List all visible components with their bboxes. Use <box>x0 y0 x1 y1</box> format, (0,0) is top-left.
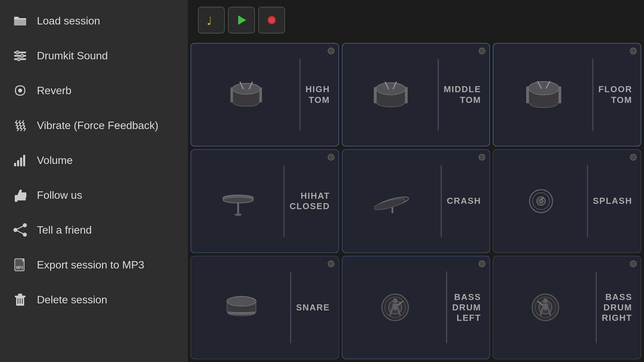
drum-pad-snare[interactable]: SNARE <box>191 256 339 359</box>
svg-point-45 <box>374 196 407 212</box>
tell-a-friend-label: Tell a friend <box>37 224 92 236</box>
svg-point-27 <box>269 17 274 23</box>
splash-icon <box>493 186 582 216</box>
drum-pad-bass-drum-right[interactable]: BASSDRUMRIGHT <box>493 256 641 359</box>
toolbar: ♩ <box>188 0 644 40</box>
divider <box>592 59 593 131</box>
divider <box>283 165 284 237</box>
sidebar-item-export-mp3[interactable]: MP3 Export session to MP3 <box>0 247 188 282</box>
sidebar-item-delete-session[interactable]: Delete session <box>0 282 188 317</box>
drum-pad-bass-drum-left[interactable]: BASSDRUMLEFT <box>342 256 490 359</box>
volume-label: Volume <box>37 154 73 167</box>
svg-rect-39 <box>558 86 561 103</box>
sidebar-item-vibrate[interactable]: Vibrate (Force Feedback) <box>0 108 188 143</box>
snare-label: SNARE <box>296 302 330 313</box>
svg-line-15 <box>15 230 25 235</box>
svg-rect-34 <box>374 87 377 103</box>
crash-icon <box>342 186 436 216</box>
svg-rect-20 <box>18 294 22 296</box>
svg-point-53 <box>227 297 256 306</box>
svg-rect-7 <box>14 163 16 166</box>
svg-rect-23 <box>22 298 23 304</box>
middle-tom-icon <box>342 80 433 110</box>
record-button[interactable] <box>258 7 285 34</box>
svg-point-41 <box>223 197 253 203</box>
drum-pad-hihat-closed[interactable]: HIHATCLOSED <box>191 149 339 253</box>
vibrate-icon <box>10 115 30 135</box>
sidebar-item-volume[interactable]: Volume <box>0 143 188 178</box>
svg-line-14 <box>15 225 25 230</box>
pad-knob <box>328 154 334 161</box>
svg-rect-10 <box>23 155 25 166</box>
svg-point-29 <box>232 83 260 94</box>
sidebar-item-load-session[interactable]: Load session <box>0 3 188 38</box>
pad-knob <box>630 48 637 54</box>
delete-session-label: Delete session <box>37 294 107 306</box>
hihat-closed-icon <box>191 186 278 216</box>
trash-icon <box>10 290 30 310</box>
music-button[interactable]: ♩ <box>198 7 225 34</box>
divider <box>300 59 301 131</box>
svg-point-33 <box>376 83 405 95</box>
folder-icon <box>10 11 30 31</box>
drum-grid: HIGHTOM MIDDLETOM <box>188 40 644 362</box>
svg-text:MP3: MP3 <box>16 266 23 269</box>
load-session-label: Load session <box>37 15 100 27</box>
sidebar-item-follow-us[interactable]: Follow us <box>0 178 188 213</box>
svg-rect-30 <box>230 87 233 102</box>
svg-text:♩: ♩ <box>207 14 212 27</box>
share-icon <box>10 220 30 240</box>
main-content: ♩ <box>188 0 644 362</box>
svg-rect-38 <box>526 86 529 103</box>
sidebar-item-tell-a-friend[interactable]: Tell a friend <box>0 213 188 247</box>
play-button[interactable] <box>228 7 255 34</box>
pad-knob <box>479 154 485 161</box>
mp3-icon: MP3 <box>10 255 30 275</box>
drum-pad-floor-tom[interactable]: FLOORTOM <box>493 43 641 146</box>
export-mp3-label: Export session to MP3 <box>37 259 144 271</box>
svg-point-62 <box>543 298 548 303</box>
svg-rect-21 <box>17 298 18 304</box>
drum-pad-high-tom[interactable]: HIGHTOM <box>191 43 339 146</box>
divider <box>446 272 447 343</box>
pad-knob <box>630 260 637 267</box>
svg-point-43 <box>234 214 242 216</box>
middle-tom-label: MIDDLETOM <box>444 84 481 105</box>
snare-icon <box>191 292 285 322</box>
svg-point-6 <box>18 88 22 93</box>
svg-rect-31 <box>259 87 262 102</box>
follow-us-label: Follow us <box>37 189 82 201</box>
divider <box>438 59 439 131</box>
drumkit-sound-label: Drumkit Sound <box>37 50 108 62</box>
crash-label: CRASH <box>447 196 481 206</box>
divider <box>587 165 588 237</box>
bass-drum-right-label: BASSDRUMRIGHT <box>602 292 632 323</box>
svg-rect-9 <box>20 158 22 166</box>
sidebar: Load session Drumkit Sound Reve <box>0 0 188 362</box>
reverb-label: Reverb <box>37 84 71 97</box>
sidebar-item-reverb[interactable]: Reverb <box>0 73 188 108</box>
reverb-icon <box>10 80 30 101</box>
volume-icon <box>10 150 30 170</box>
svg-point-4 <box>20 54 24 58</box>
bass-drum-left-icon <box>342 292 441 322</box>
floor-tom-icon <box>493 80 587 110</box>
high-tom-label: HIGHTOM <box>306 84 330 105</box>
pad-knob <box>328 48 334 54</box>
divider <box>290 272 291 343</box>
svg-rect-22 <box>20 298 21 304</box>
svg-rect-46 <box>391 207 393 213</box>
bass-drum-left-label: BASSDRUMLEFT <box>452 292 481 323</box>
drum-pad-splash[interactable]: SPLASH <box>493 149 641 253</box>
divider <box>441 165 442 237</box>
svg-point-57 <box>393 298 397 303</box>
pad-knob <box>328 260 334 267</box>
sidebar-item-drumkit-sound[interactable]: Drumkit Sound <box>0 38 188 73</box>
drum-pad-middle-tom[interactable]: MIDDLETOM <box>342 43 490 146</box>
svg-point-3 <box>16 51 19 54</box>
drum-pad-crash[interactable]: CRASH <box>342 149 490 253</box>
hihat-closed-label: HIHATCLOSED <box>289 191 330 212</box>
thumbsup-icon <box>10 185 30 205</box>
svg-point-37 <box>529 81 559 95</box>
pad-knob <box>630 154 637 161</box>
